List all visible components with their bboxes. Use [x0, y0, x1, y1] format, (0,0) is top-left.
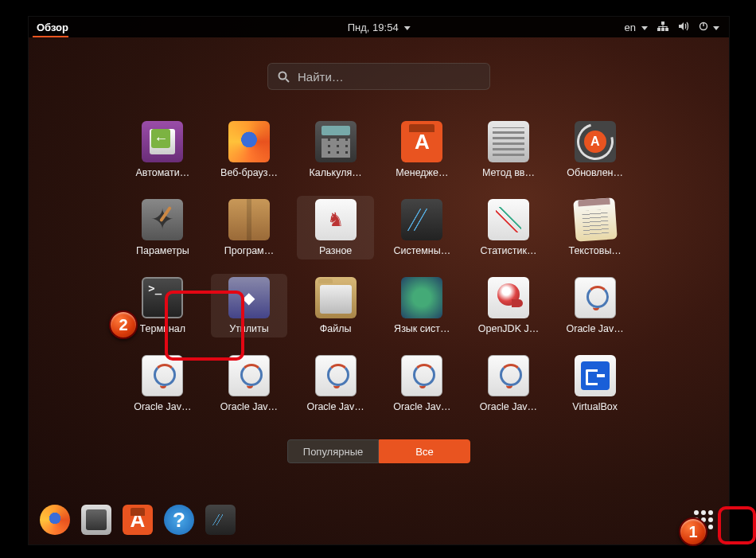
all-tab[interactable]: Все: [379, 439, 470, 463]
app-label: Oracle Jav…: [307, 401, 364, 412]
svg-rect-5: [658, 26, 667, 27]
auto-icon: [142, 121, 183, 162]
svg-rect-9: [703, 22, 703, 26]
search-icon: [278, 71, 290, 83]
app-label: Параметры: [136, 245, 189, 256]
app-vbox[interactable]: VirtualBox: [556, 352, 633, 416]
svg-rect-3: [661, 21, 664, 25]
app-label: OpenJDK J…: [478, 323, 539, 334]
app-label: Веб-брауз…: [220, 167, 278, 178]
app-label: Oracle Jav…: [220, 401, 278, 412]
svg-line-11: [286, 79, 289, 82]
app-oracle2[interactable]: Oracle Jav…: [124, 352, 201, 416]
settings-icon: [142, 199, 183, 240]
activities-button[interactable]: Обзор: [29, 21, 76, 33]
app-files[interactable]: Файлы: [297, 274, 374, 338]
app-oracle4[interactable]: Oracle Jav…: [297, 352, 374, 416]
app-label: Автомати…: [135, 167, 189, 178]
app-label: Oracle Jav…: [393, 401, 450, 412]
app-label: Утилиты: [229, 323, 269, 334]
dock-software-icon: [123, 505, 153, 535]
view-toggle: Популярные Все: [29, 439, 729, 463]
frequent-tab[interactable]: Популярные: [287, 439, 379, 463]
app-label: Метод вв…: [482, 167, 535, 178]
utilities-icon: [228, 277, 270, 318]
app-oracle3[interactable]: Oracle Jav…: [211, 352, 288, 416]
power-icon[interactable]: [699, 21, 719, 33]
dock-software[interactable]: [121, 503, 154, 537]
lang-indicator[interactable]: en: [625, 21, 648, 33]
app-programs[interactable]: Програм…: [211, 196, 288, 259]
svg-rect-2: [665, 28, 668, 31]
app-label: Обновлен…: [567, 167, 623, 178]
app-label: VirtualBox: [572, 401, 618, 412]
files-icon: [315, 277, 357, 318]
app-label: Oracle Jav…: [480, 401, 537, 412]
oracle4-icon: [315, 355, 357, 396]
svg-rect-1: [661, 28, 664, 31]
chevron-down-icon: [713, 26, 719, 30]
app-firefox[interactable]: Веб-брауз…: [211, 118, 288, 181]
svg-rect-7: [666, 26, 667, 28]
chevron-down-icon: [641, 26, 648, 30]
oracle3-icon: [228, 355, 270, 396]
callout-badge-1: 1: [679, 517, 707, 546]
app-label: Менедже…: [396, 167, 448, 178]
dock-firefox-icon: [40, 505, 70, 535]
app-oracle5[interactable]: Oracle Jav…: [384, 352, 461, 416]
volume-icon[interactable]: [678, 21, 689, 33]
app-grid: Автомати…Веб-брауз…Калькуля…Менедже…Мето…: [124, 118, 633, 416]
app-label: Статистик…: [481, 245, 537, 256]
app-lang[interactable]: Язык сист…: [384, 274, 461, 338]
app-stats[interactable]: Статистик…: [470, 196, 548, 259]
app-label: Язык сист…: [394, 323, 450, 334]
dock-firefox[interactable]: [38, 503, 72, 537]
app-calc[interactable]: Калькуля…: [297, 118, 374, 181]
app-textedit[interactable]: Текстовы…: [556, 196, 633, 259]
app-updates[interactable]: Обновлен…: [556, 118, 633, 181]
vbox-icon: [575, 355, 616, 396]
app-openjdk[interactable]: OpenJDK J…: [470, 274, 548, 338]
dock-help[interactable]: [162, 503, 196, 537]
input-icon: [488, 121, 529, 162]
network-icon[interactable]: [657, 21, 668, 33]
programs-icon: [228, 199, 270, 240]
dock-files-icon: [81, 505, 111, 535]
terminal-icon: [142, 277, 183, 318]
top-bar: Обзор Пнд, 19:54 en: [29, 17, 729, 37]
app-input[interactable]: Метод вв…: [470, 118, 548, 181]
app-label: Терминал: [140, 323, 186, 334]
app-sysmon[interactable]: Системны…: [384, 196, 461, 259]
app-oracle6[interactable]: Oracle Jav…: [470, 352, 548, 416]
app-oracle1[interactable]: Oracle Jav…: [556, 274, 633, 338]
callout-highlight-apps: [718, 506, 756, 544]
dock-sysmon-icon: [205, 505, 236, 535]
calc-icon: [315, 121, 357, 162]
stats-icon: [488, 199, 529, 240]
chevron-down-icon: [403, 26, 410, 30]
app-settings[interactable]: Параметры: [124, 196, 201, 259]
clock[interactable]: Пнд, 19:54: [348, 21, 411, 33]
app-label: Програм…: [224, 245, 274, 256]
oracle1-icon: [575, 277, 616, 318]
app-label: Текстовы…: [568, 245, 621, 256]
updates-icon: [575, 121, 616, 162]
firefox-icon: [228, 121, 270, 162]
software-icon: [401, 121, 442, 162]
desktop-overview: Обзор Пнд, 19:54 en Найти… Автомати…Веб-…: [28, 16, 730, 545]
oracle2-icon: [142, 355, 183, 396]
app-auto[interactable]: Автомати…: [124, 118, 201, 181]
oracle6-icon: [488, 355, 529, 396]
app-utilities[interactable]: Утилиты: [211, 274, 288, 338]
sysmon-icon: [401, 199, 442, 240]
app-misc[interactable]: Разное: [297, 196, 374, 259]
app-software[interactable]: Менедже…: [384, 118, 461, 181]
oracle5-icon: [401, 355, 442, 396]
dock-files[interactable]: [80, 503, 113, 537]
app-label: Системны…: [393, 245, 450, 256]
textedit-icon: [573, 197, 618, 242]
search-input[interactable]: Найти…: [267, 63, 490, 90]
svg-rect-0: [657, 28, 661, 31]
dock-sysmon[interactable]: [204, 503, 237, 537]
app-label: Oracle Jav…: [567, 323, 624, 334]
